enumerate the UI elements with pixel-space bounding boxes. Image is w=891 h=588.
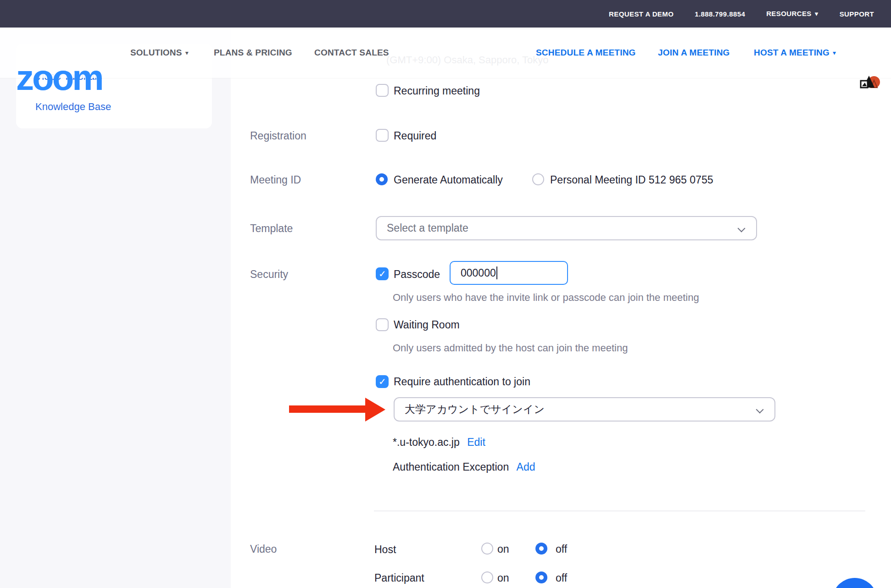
template-row-label: Template (250, 222, 293, 235)
waiting-room-label: Waiting Room (394, 319, 460, 331)
host-video-on-label: on (497, 543, 509, 555)
nav-contact-sales-link[interactable]: CONTACT SALES (314, 28, 389, 78)
require-authentication-checkbox[interactable] (376, 375, 389, 388)
add-exception-link[interactable]: Add (517, 461, 535, 473)
red-arrow-annotation (289, 405, 368, 413)
waiting-room-checkbox[interactable] (376, 318, 389, 331)
recurring-meeting-label: Recurring meeting (394, 85, 480, 97)
security-row-label: Security (250, 268, 288, 281)
user-avatar[interactable] (859, 72, 881, 92)
nav-contact-sales-label: CONTACT SALES (314, 48, 389, 58)
chevron-down-icon: ▾ (833, 49, 836, 56)
registration-row-label: Registration (250, 130, 306, 142)
template-select[interactable]: Select a template (376, 216, 757, 240)
participant-video-off-label: off (556, 572, 567, 584)
chevron-down-icon: ▾ (185, 49, 189, 56)
help-chat-button[interactable] (832, 578, 877, 588)
waiting-room-help-text: Only users admitted by the host can join… (393, 342, 628, 354)
red-arrow-head (365, 398, 385, 422)
edit-domain-link[interactable]: Edit (467, 436, 485, 448)
meeting-id-generate-radio[interactable] (376, 173, 388, 185)
nav-plans-pricing-label: PLANS & PRICING (214, 48, 292, 58)
meeting-id-generate-label: Generate Automatically (394, 174, 503, 186)
participant-video-off-radio[interactable] (535, 571, 547, 583)
host-a-meeting-label: HOST A MEETING (754, 48, 830, 58)
passcode-label: Passcode (394, 268, 440, 281)
nav-solutions-menu[interactable]: SOLUTIONS▾ (130, 28, 189, 78)
request-a-demo-link[interactable]: REQUEST A DEMO (609, 10, 674, 18)
passcode-value: 000000 (461, 267, 496, 279)
registration-required-label: Required (394, 130, 436, 142)
host-video-off-label: off (556, 543, 567, 555)
text-cursor (496, 266, 497, 279)
schedule-a-meeting-link[interactable]: SCHEDULE A MEETING (536, 28, 636, 78)
meeting-id-personal-label: Personal Meeting ID 512 965 0755 (550, 174, 713, 186)
passcode-checkbox[interactable] (376, 267, 389, 280)
meeting-id-row-label: Meeting ID (250, 174, 301, 186)
registration-required-checkbox[interactable] (376, 129, 389, 142)
authentication-domain: *.u-tokyo.ac.jp (393, 436, 460, 448)
require-authentication-label: Require authentication to join (394, 376, 530, 388)
authentication-method-select[interactable]: 大学アカウントでサインイン (394, 397, 775, 422)
recurring-meeting-checkbox[interactable] (376, 84, 389, 97)
template-select-value: Select a template (387, 222, 468, 234)
chevron-down-icon (756, 406, 764, 414)
participant-video-on-radio[interactable] (481, 571, 493, 583)
section-divider (374, 510, 865, 511)
sidebar-item-knowledge-base[interactable]: Knowledge Base (35, 101, 111, 113)
authentication-method-value: 大学アカウントでサインイン (405, 402, 545, 416)
chevron-down-icon (738, 225, 746, 233)
schedule-a-meeting-label: SCHEDULE A MEETING (536, 48, 636, 58)
support-link[interactable]: SUPPORT (840, 10, 874, 18)
passcode-help-text: Only users who have the invite link or p… (393, 292, 699, 304)
main-navbar: zoom SOLUTIONS▾ PLANS & PRICING CONTACT … (0, 28, 891, 78)
authentication-exception-row: Authentication Exception Add (393, 461, 535, 473)
authentication-domain-row: *.u-tokyo.ac.jp Edit (393, 436, 485, 449)
authentication-exception-label: Authentication Exception (393, 461, 509, 473)
host-video-on-radio[interactable] (481, 543, 493, 555)
avatar-mountain-logo (859, 72, 881, 92)
resources-menu[interactable]: RESOURCES▾ (766, 10, 819, 18)
topbar: REQUEST A DEMO 1.888.799.8854 RESOURCES▾… (0, 0, 891, 28)
nav-plans-pricing-link[interactable]: PLANS & PRICING (214, 28, 292, 78)
join-a-meeting-link[interactable]: JOIN A MEETING (658, 28, 730, 78)
host-video-off-radio[interactable] (535, 543, 547, 555)
host-a-meeting-menu[interactable]: HOST A MEETING▾ (754, 28, 836, 78)
chevron-down-icon: ▾ (815, 10, 819, 17)
passcode-input[interactable]: 000000 (450, 261, 568, 285)
meeting-id-personal-radio[interactable] (532, 173, 544, 185)
participant-video-on-label: on (497, 572, 509, 584)
resources-menu-label: RESOURCES (766, 10, 812, 17)
nav-solutions-label: SOLUTIONS (130, 48, 182, 58)
video-participant-label: Participant (374, 572, 424, 584)
video-host-label: Host (374, 544, 396, 556)
video-row-label: Video (250, 543, 277, 555)
phone-number-link[interactable]: 1.888.799.8854 (695, 10, 745, 18)
join-a-meeting-label: JOIN A MEETING (658, 48, 730, 58)
zoom-logo[interactable]: zoom (16, 60, 102, 95)
